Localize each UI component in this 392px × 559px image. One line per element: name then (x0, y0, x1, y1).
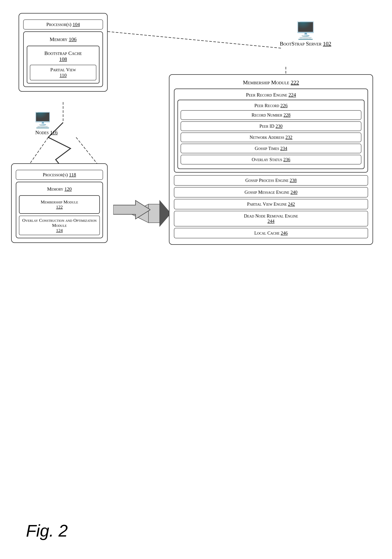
peer-record-engine-box: Peer Record Engine 224 Peer Record 226 R… (174, 89, 368, 173)
record-number-label: Record Number 228 (252, 112, 290, 118)
membership-module-title: Membership Module 222 (174, 79, 368, 85)
local-cache-label: Local Cache 246 (254, 231, 288, 235)
dead-node-removal-engine-label: Dead Node Removal Engine 244 (244, 214, 298, 224)
bottom-processors-box: Processor(s) 118 (16, 170, 103, 180)
gossip-times-box: Gossip Times 234 (181, 144, 361, 153)
node-computer-icon: 🖥️ (33, 111, 57, 129)
figure-caption: Fig. 2 (26, 521, 68, 540)
network-address-label: Network Address 232 (250, 135, 292, 140)
partial-view-engine-box: Partial View Engine 242 (174, 199, 368, 209)
nodes-label: Nodes 116 (35, 130, 57, 135)
overlay-status-label: Overlay Status 236 (252, 157, 290, 162)
top-processors-label: Processor(s) 104 (47, 22, 80, 27)
gossip-message-engine-label: Gossip Message Engine 240 (245, 190, 298, 195)
node-area: 🖥️ Nodes 116 (33, 111, 57, 135)
bottom-memory-inner: Memory 120 Membership Module 122 Overlay… (16, 182, 103, 238)
top-bootstrap-cache-label: Bootstrap Cache108 (30, 49, 96, 64)
local-cache-box: Local Cache 246 (174, 228, 368, 238)
top-bootstrap-cache-box: Bootstrap Cache108 Partial View110 (27, 46, 100, 84)
top-memory-inner: Memory 106 Bootstrap Cache108 Partial Vi… (23, 31, 103, 87)
top-memory-label: Memory 106 (27, 35, 100, 44)
network-address-box: Network Address 232 (181, 132, 361, 142)
record-number-box: Record Number 228 (181, 110, 361, 120)
top-node-box: Processor(s) 104 Memory 106 Bootstrap Ca… (19, 13, 108, 92)
peer-record-title: Peer Record 226 (181, 103, 361, 108)
partial-view-engine-label: Partial View Engine 242 (247, 202, 295, 206)
gossip-process-engine-box: Gossip Process Engine 238 (174, 175, 368, 186)
peer-record-engine-title: Peer Record Engine 224 (177, 92, 364, 98)
dead-node-removal-engine-box: Dead Node Removal Engine 244 (174, 211, 368, 226)
svg-marker-8 (113, 200, 150, 219)
top-processors-box: Processor(s) 104 (23, 19, 103, 29)
bottom-memory-label: Memory 120 (19, 185, 100, 193)
peer-id-box: Peer ID 230 (181, 121, 361, 131)
peer-record-box: Peer Record 226 Record Number 228 Peer I… (177, 100, 364, 169)
membership-module: Membership Module 222 Peer Record Engine… (169, 74, 373, 245)
bootstrap-server-label: BootStrap Server 102 (263, 40, 347, 47)
overlay-status-box: Overlay Status 236 (181, 155, 361, 164)
bottom-membership-module-label: Membership Module 122 (22, 198, 97, 211)
bottom-node-box: Processor(s) 118 Memory 120 Membership M… (11, 163, 108, 243)
gossip-message-engine-box: Gossip Message Engine 240 (174, 187, 368, 197)
bottom-overlay-construction-box: Overlay Construction and Optimization Mo… (19, 216, 100, 235)
gossip-process-engine-label: Gossip Process Engine 238 (245, 178, 297, 183)
bottom-overlay-construction-label: Overlay Construction and Optimization Mo… (22, 218, 96, 233)
top-partial-view-box: Partial View110 (30, 65, 96, 80)
server-icon: 🖥️ (263, 22, 347, 39)
svg-line-0 (108, 32, 282, 48)
right-arrow (113, 199, 150, 221)
peer-id-label: Peer ID 230 (260, 124, 282, 129)
gossip-times-label: Gossip Times 234 (255, 146, 287, 151)
top-partial-view-label: Partial View110 (50, 67, 76, 78)
bootstrap-server-area: 🖥️ BootStrap Server 102 (263, 22, 347, 47)
bottom-processors-label: Processor(s) 118 (43, 172, 76, 177)
bottom-membership-module-box: Membership Module 122 (19, 195, 100, 214)
